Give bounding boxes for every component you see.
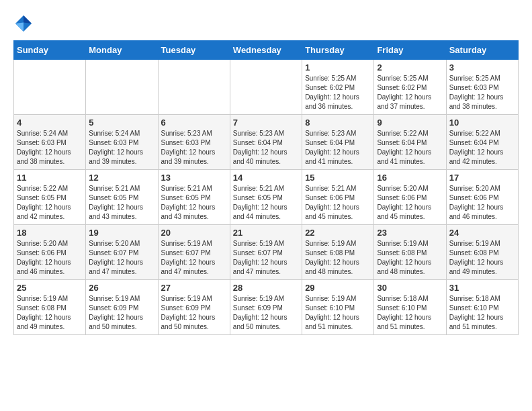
day-number: 27 xyxy=(161,283,227,293)
day-info: Sunrise: 5:19 AM Sunset: 6:10 PM Dayligh… xyxy=(305,294,371,332)
day-info: Sunrise: 5:25 AM Sunset: 6:02 PM Dayligh… xyxy=(305,74,371,111)
day-number: 24 xyxy=(449,228,515,238)
calendar-cell: 8Sunrise: 5:23 AM Sunset: 6:04 PM Daylig… xyxy=(302,115,374,170)
calendar-cell: 12Sunrise: 5:21 AM Sunset: 6:05 PM Dayli… xyxy=(86,170,158,225)
header-row: SundayMondayTuesdayWednesdayThursdayFrid… xyxy=(14,41,519,60)
day-number: 21 xyxy=(233,228,299,238)
day-number: 23 xyxy=(377,228,443,238)
calendar-cell: 31Sunrise: 5:18 AM Sunset: 6:10 PM Dayli… xyxy=(446,280,518,335)
calendar-cell: 23Sunrise: 5:19 AM Sunset: 6:08 PM Dayli… xyxy=(374,225,446,280)
calendar-cell: 19Sunrise: 5:20 AM Sunset: 6:07 PM Dayli… xyxy=(86,225,158,280)
calendar-cell: 25Sunrise: 5:19 AM Sunset: 6:08 PM Dayli… xyxy=(14,280,86,335)
day-number: 22 xyxy=(305,228,371,238)
calendar-cell: 16Sunrise: 5:20 AM Sunset: 6:06 PM Dayli… xyxy=(374,170,446,225)
calendar-week-2: 4Sunrise: 5:24 AM Sunset: 6:03 PM Daylig… xyxy=(14,115,519,170)
day-info: Sunrise: 5:25 AM Sunset: 6:03 PM Dayligh… xyxy=(449,74,515,111)
column-header-monday: Monday xyxy=(86,41,158,60)
calendar-cell xyxy=(158,60,230,115)
day-info: Sunrise: 5:24 AM Sunset: 6:03 PM Dayligh… xyxy=(17,129,83,167)
day-info: Sunrise: 5:19 AM Sunset: 6:08 PM Dayligh… xyxy=(449,239,515,277)
day-number: 20 xyxy=(161,228,227,238)
calendar-cell: 28Sunrise: 5:19 AM Sunset: 6:09 PM Dayli… xyxy=(230,280,302,335)
day-info: Sunrise: 5:19 AM Sunset: 6:07 PM Dayligh… xyxy=(161,239,227,277)
day-info: Sunrise: 5:18 AM Sunset: 6:10 PM Dayligh… xyxy=(377,294,443,332)
day-number: 13 xyxy=(161,173,227,183)
calendar-cell: 17Sunrise: 5:20 AM Sunset: 6:06 PM Dayli… xyxy=(446,170,518,225)
calendar-cell xyxy=(230,60,302,115)
calendar-cell: 2Sunrise: 5:25 AM Sunset: 6:02 PM Daylig… xyxy=(374,60,446,115)
page-header xyxy=(13,13,519,34)
day-number: 18 xyxy=(17,228,83,238)
day-number: 29 xyxy=(305,283,371,293)
calendar-cell: 6Sunrise: 5:23 AM Sunset: 6:03 PM Daylig… xyxy=(158,115,230,170)
column-header-saturday: Saturday xyxy=(446,41,518,60)
calendar-cell: 20Sunrise: 5:19 AM Sunset: 6:07 PM Dayli… xyxy=(158,225,230,280)
day-info: Sunrise: 5:23 AM Sunset: 6:04 PM Dayligh… xyxy=(305,129,371,167)
day-number: 19 xyxy=(89,228,154,238)
calendar-cell: 26Sunrise: 5:19 AM Sunset: 6:09 PM Dayli… xyxy=(86,280,158,335)
column-header-sunday: Sunday xyxy=(14,41,86,60)
calendar-week-5: 25Sunrise: 5:19 AM Sunset: 6:08 PM Dayli… xyxy=(14,280,519,335)
day-number: 14 xyxy=(233,173,299,183)
calendar-week-4: 18Sunrise: 5:20 AM Sunset: 6:06 PM Dayli… xyxy=(14,225,519,280)
day-info: Sunrise: 5:20 AM Sunset: 6:06 PM Dayligh… xyxy=(449,184,515,222)
calendar-cell: 22Sunrise: 5:19 AM Sunset: 6:08 PM Dayli… xyxy=(302,225,374,280)
logo xyxy=(13,13,36,34)
day-info: Sunrise: 5:22 AM Sunset: 6:05 PM Dayligh… xyxy=(17,184,83,222)
day-number: 11 xyxy=(17,173,83,183)
day-info: Sunrise: 5:19 AM Sunset: 6:08 PM Dayligh… xyxy=(17,294,83,332)
day-number: 10 xyxy=(449,118,515,128)
day-number: 5 xyxy=(89,118,154,128)
calendar-cell: 29Sunrise: 5:19 AM Sunset: 6:10 PM Dayli… xyxy=(302,280,374,335)
day-number: 7 xyxy=(233,118,299,128)
calendar-cell xyxy=(14,60,86,115)
calendar-week-1: 1Sunrise: 5:25 AM Sunset: 6:02 PM Daylig… xyxy=(14,60,519,115)
day-info: Sunrise: 5:25 AM Sunset: 6:02 PM Dayligh… xyxy=(377,74,443,111)
calendar-cell: 18Sunrise: 5:20 AM Sunset: 6:06 PM Dayli… xyxy=(14,225,86,280)
day-info: Sunrise: 5:19 AM Sunset: 6:09 PM Dayligh… xyxy=(89,294,154,332)
calendar-table: SundayMondayTuesdayWednesdayThursdayFrid… xyxy=(13,40,519,335)
day-number: 4 xyxy=(17,118,83,128)
day-info: Sunrise: 5:18 AM Sunset: 6:10 PM Dayligh… xyxy=(449,294,515,332)
calendar-cell: 30Sunrise: 5:18 AM Sunset: 6:10 PM Dayli… xyxy=(374,280,446,335)
calendar-cell: 24Sunrise: 5:19 AM Sunset: 6:08 PM Dayli… xyxy=(446,225,518,280)
day-number: 26 xyxy=(89,283,154,293)
day-info: Sunrise: 5:21 AM Sunset: 6:06 PM Dayligh… xyxy=(305,184,371,222)
calendar-cell: 5Sunrise: 5:24 AM Sunset: 6:03 PM Daylig… xyxy=(86,115,158,170)
calendar-cell: 13Sunrise: 5:21 AM Sunset: 6:05 PM Dayli… xyxy=(158,170,230,225)
column-header-thursday: Thursday xyxy=(302,41,374,60)
day-number: 9 xyxy=(377,118,443,128)
day-info: Sunrise: 5:23 AM Sunset: 6:03 PM Dayligh… xyxy=(161,129,227,167)
svg-marker-2 xyxy=(15,23,24,32)
day-number: 6 xyxy=(161,118,227,128)
day-info: Sunrise: 5:19 AM Sunset: 6:07 PM Dayligh… xyxy=(233,239,299,277)
column-header-friday: Friday xyxy=(374,41,446,60)
day-info: Sunrise: 5:24 AM Sunset: 6:03 PM Dayligh… xyxy=(89,129,154,167)
calendar-cell: 9Sunrise: 5:22 AM Sunset: 6:04 PM Daylig… xyxy=(374,115,446,170)
day-info: Sunrise: 5:19 AM Sunset: 6:09 PM Dayligh… xyxy=(233,294,299,332)
day-number: 31 xyxy=(449,283,515,293)
day-number: 16 xyxy=(377,173,443,183)
column-header-wednesday: Wednesday xyxy=(230,41,302,60)
day-info: Sunrise: 5:22 AM Sunset: 6:04 PM Dayligh… xyxy=(377,129,443,167)
day-number: 2 xyxy=(377,62,443,73)
day-info: Sunrise: 5:23 AM Sunset: 6:04 PM Dayligh… xyxy=(233,129,299,167)
day-number: 25 xyxy=(17,283,83,293)
day-number: 1 xyxy=(305,62,371,73)
day-info: Sunrise: 5:22 AM Sunset: 6:04 PM Dayligh… xyxy=(449,129,515,167)
column-header-tuesday: Tuesday xyxy=(158,41,230,60)
calendar-cell: 27Sunrise: 5:19 AM Sunset: 6:09 PM Dayli… xyxy=(158,280,230,335)
calendar-cell: 15Sunrise: 5:21 AM Sunset: 6:06 PM Dayli… xyxy=(302,170,374,225)
day-number: 3 xyxy=(449,62,515,73)
day-info: Sunrise: 5:21 AM Sunset: 6:05 PM Dayligh… xyxy=(161,184,227,222)
logo-icon xyxy=(13,13,34,34)
day-info: Sunrise: 5:19 AM Sunset: 6:08 PM Dayligh… xyxy=(377,239,443,277)
day-number: 30 xyxy=(377,283,443,293)
calendar-cell: 14Sunrise: 5:21 AM Sunset: 6:05 PM Dayli… xyxy=(230,170,302,225)
calendar-cell: 11Sunrise: 5:22 AM Sunset: 6:05 PM Dayli… xyxy=(14,170,86,225)
day-info: Sunrise: 5:20 AM Sunset: 6:06 PM Dayligh… xyxy=(17,239,83,277)
day-number: 17 xyxy=(449,173,515,183)
calendar-cell xyxy=(86,60,158,115)
calendar-cell: 10Sunrise: 5:22 AM Sunset: 6:04 PM Dayli… xyxy=(446,115,518,170)
day-info: Sunrise: 5:20 AM Sunset: 6:07 PM Dayligh… xyxy=(89,239,154,277)
